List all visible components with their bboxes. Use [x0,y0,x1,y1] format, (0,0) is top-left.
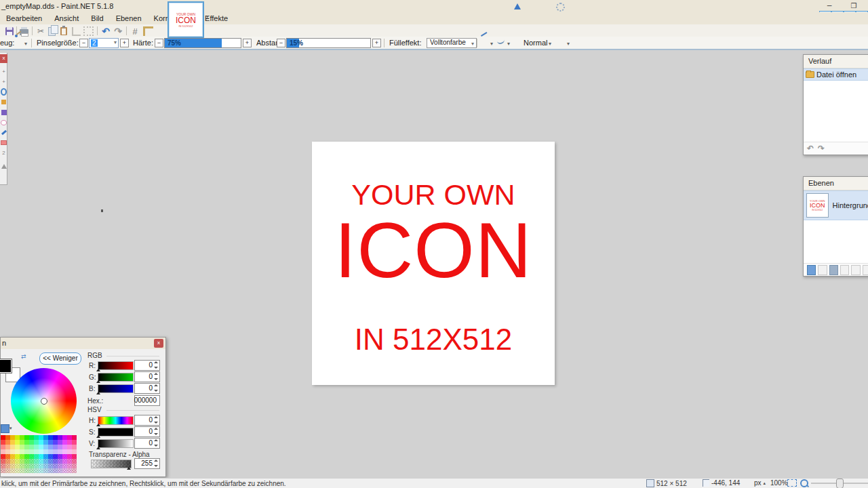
blend-mode-icon[interactable] [514,3,521,9]
save-button[interactable] [4,26,15,37]
color-swatch[interactable] [67,468,72,473]
grid-toggle-button[interactable]: # [130,26,140,37]
spacing-decrease[interactable]: − [277,39,285,47]
color-swatch[interactable] [67,435,72,440]
color-swatch[interactable] [72,459,77,464]
hardness-decrease[interactable]: − [155,39,163,47]
g-spinner[interactable] [153,373,159,380]
color-swatch[interactable] [39,468,43,473]
color-swatch[interactable] [58,440,62,445]
lasso-tool-icon[interactable] [1,117,7,127]
layer-properties-button[interactable] [863,265,868,275]
brush-size-decrease[interactable]: − [79,39,88,47]
canvas[interactable]: YOUR OWN ICON IN 512X512 [312,142,555,385]
color-swatch[interactable] [58,468,62,473]
undo-button[interactable]: ↶ [100,26,111,37]
delete-layer-button[interactable] [818,265,827,275]
color-swatch[interactable] [53,454,58,459]
color-swatch[interactable] [67,440,72,445]
selection-clip-chevron-icon[interactable]: ▾ [567,41,570,47]
color-swatch[interactable] [39,464,43,468]
color-swatch[interactable] [48,445,53,449]
color-swatch[interactable] [20,454,24,459]
color-swatch[interactable] [34,459,39,464]
alpha-value-box[interactable]: 255 [134,458,160,469]
color-swatch[interactable] [48,459,53,464]
shapes-tool-icon[interactable] [1,161,7,171]
r-value-box[interactable]: 0 [134,360,160,371]
color-swatch[interactable] [24,454,29,459]
color-swatch[interactable] [34,449,39,454]
colors-close-button[interactable]: x [154,339,163,348]
color-swatch[interactable] [62,464,67,468]
color-swatch[interactable] [29,445,34,449]
copy-button[interactable] [46,26,57,37]
r-spinner[interactable] [153,361,159,369]
fit-to-window-button[interactable] [787,479,797,487]
alpha-spinner[interactable] [153,460,159,467]
color-swatch[interactable] [5,449,10,454]
color-swatch[interactable] [10,459,15,464]
less-button[interactable]: << Weniger [39,352,81,365]
color-swatch[interactable] [24,440,29,445]
color-swatch[interactable] [24,445,29,449]
s-spinner[interactable] [153,428,159,435]
color-swatch[interactable] [10,449,15,454]
color-swatch[interactable] [1,454,5,459]
color-swatch[interactable] [1,435,5,440]
color-swatch[interactable] [43,468,48,473]
h-slider[interactable] [98,416,134,425]
color-swatch[interactable] [43,459,48,464]
eraser-tool-icon[interactable] [1,138,7,148]
v-spinner[interactable] [153,439,159,447]
color-swatch[interactable] [58,464,62,468]
spacing-increase[interactable]: + [372,39,381,47]
color-swatch[interactable] [67,449,72,454]
h-value-box[interactable]: 0 [134,415,160,426]
color-swatch[interactable] [20,468,24,473]
color-swatch[interactable] [29,468,34,473]
redo-button[interactable]: ↷ [113,26,123,37]
color-swatch[interactable] [58,435,62,440]
color-swatch[interactable] [20,459,24,464]
color-swatch[interactable] [43,445,48,449]
color-wheel-cursor[interactable] [41,398,47,405]
r-slider[interactable] [98,361,134,370]
text-tool-icon[interactable]: 2 [1,148,7,158]
color-swatch[interactable] [1,449,5,454]
duplicate-layer-button[interactable] [829,265,838,275]
color-swatch[interactable] [29,464,34,468]
color-swatch[interactable] [62,468,67,473]
color-swatch[interactable] [43,464,48,468]
merge-layer-down-button[interactable] [840,265,849,275]
color-swatch[interactable] [34,468,39,473]
layer-row[interactable]: YOUR OWN ICON IN 512X512 Hintergrund [804,190,868,220]
color-swatch[interactable] [34,435,39,440]
history-redo-button[interactable]: ↷ [818,144,825,153]
color-swatch[interactable] [15,454,20,459]
color-swatch[interactable] [5,435,10,440]
cut-button[interactable]: ✂ [35,26,46,37]
color-swatch[interactable] [10,435,15,440]
h-spinner[interactable] [153,416,159,424]
color-swatch[interactable] [53,449,58,454]
color-swatch[interactable] [53,464,58,468]
g-value-box[interactable]: 0 [134,371,160,382]
color-swatch[interactable] [20,440,24,445]
color-swatch[interactable] [62,459,67,464]
spacing-slider[interactable]: 15% [286,38,371,48]
color-swatch[interactable] [48,440,53,445]
restore-button[interactable]: ❐ [845,1,863,11]
menu-bearbeiten[interactable]: Bearbeiten [0,12,48,24]
b-value-box[interactable]: 0 [134,383,160,394]
color-swatch[interactable] [43,454,48,459]
palette-menu-icon[interactable] [1,424,9,433]
brush-size-combo[interactable]: 2 ▾ [89,38,119,48]
crop-button[interactable] [71,26,81,37]
color-swatch[interactable] [15,445,20,449]
color-swatch[interactable] [24,435,29,440]
color-swatch[interactable] [24,459,29,464]
color-swatch[interactable] [10,454,15,459]
document-tab[interactable]: YOUR OWN ICON IN 512X512 [167,1,204,38]
color-swatch[interactable] [43,435,48,440]
